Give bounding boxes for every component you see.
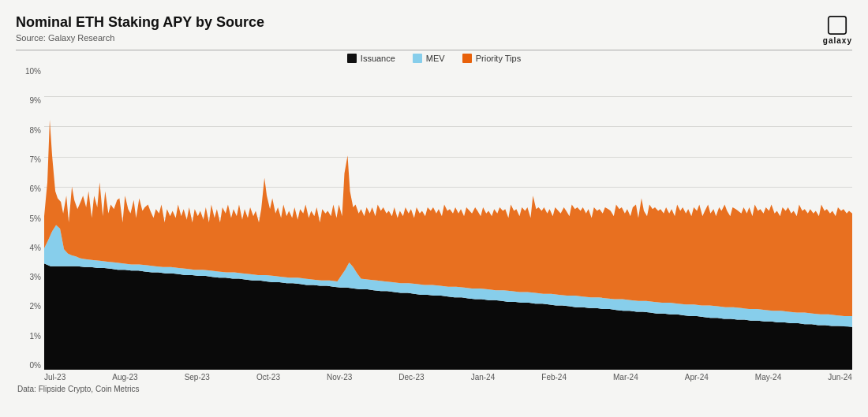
y-label-1: 1% [16, 333, 44, 341]
chart-inner: 0% 1% 2% 3% 4% 5% 6% 7% 8% 9% 10% [16, 66, 852, 370]
y-label-0: 0% [16, 362, 44, 370]
x-label-sep23: Sep-23 [185, 373, 210, 382]
priority-tips-dot [462, 54, 472, 63]
y-label-7: 7% [16, 156, 44, 164]
mev-dot [413, 54, 422, 63]
chart-legend: Issuance MEV Priority Tips [16, 54, 852, 63]
galaxy-label: galaxy [823, 36, 852, 45]
y-label-3: 3% [16, 274, 44, 281]
x-label-nov23: Nov-23 [327, 373, 352, 382]
y-label-9: 9% [16, 97, 44, 105]
x-axis: Jul-23 Aug-23 Sep-23 Oct-23 Nov-23 Dec-2… [16, 373, 852, 382]
x-label-mar24: Mar-24 [613, 373, 638, 382]
chart-title: Nominal ETH Staking APY by Source [16, 14, 264, 32]
priority-tips-label: Priority Tips [476, 54, 521, 63]
x-label-oct23: Oct-23 [256, 373, 280, 382]
x-label-jul23: Jul-23 [44, 373, 65, 382]
svg-rect-0 [829, 17, 846, 34]
y-label-4: 4% [16, 244, 44, 252]
y-label-10: 10% [16, 68, 44, 76]
title-block: Nominal ETH Staking APY by Source Source… [16, 14, 264, 43]
chart-svg [44, 66, 852, 370]
x-label-aug23: Aug-23 [112, 373, 137, 382]
legend-mev: MEV [413, 54, 445, 63]
x-label-dec23: Dec-23 [398, 373, 424, 382]
x-label-feb24: Feb-24 [541, 373, 567, 382]
chart-subtitle: Source: Galaxy Research [16, 33, 264, 43]
mev-label: MEV [426, 54, 445, 63]
chart-header: Nominal ETH Staking APY by Source Source… [16, 14, 852, 45]
x-label-may24: May-24 [755, 373, 781, 382]
legend-priority-tips: Priority Tips [462, 54, 521, 63]
x-label-jan24: Jan-24 [471, 373, 496, 382]
y-label-2: 2% [16, 303, 44, 311]
galaxy-logo: galaxy [823, 14, 852, 45]
y-label-6: 6% [16, 185, 44, 193]
y-axis: 0% 1% 2% 3% 4% 5% 6% 7% 8% 9% 10% [16, 66, 44, 370]
issuance-label: Issuance [361, 54, 395, 63]
chart-plot [44, 66, 852, 370]
y-label-8: 8% [16, 127, 44, 135]
footer-note: Data: Flipside Crypto, Coin Metrics [16, 385, 852, 393]
y-label-5: 5% [16, 215, 44, 223]
galaxy-icon [826, 14, 848, 36]
issuance-dot [347, 54, 357, 63]
legend-issuance: Issuance [347, 54, 395, 63]
page-container: Nominal ETH Staking APY by Source Source… [0, 0, 868, 417]
x-label-apr24: Apr-24 [685, 373, 709, 382]
chart-wrap: 0% 1% 2% 3% 4% 5% 6% 7% 8% 9% 10% [16, 66, 852, 382]
header-divider [16, 50, 852, 50]
x-label-jun24: Jun-24 [828, 373, 852, 382]
